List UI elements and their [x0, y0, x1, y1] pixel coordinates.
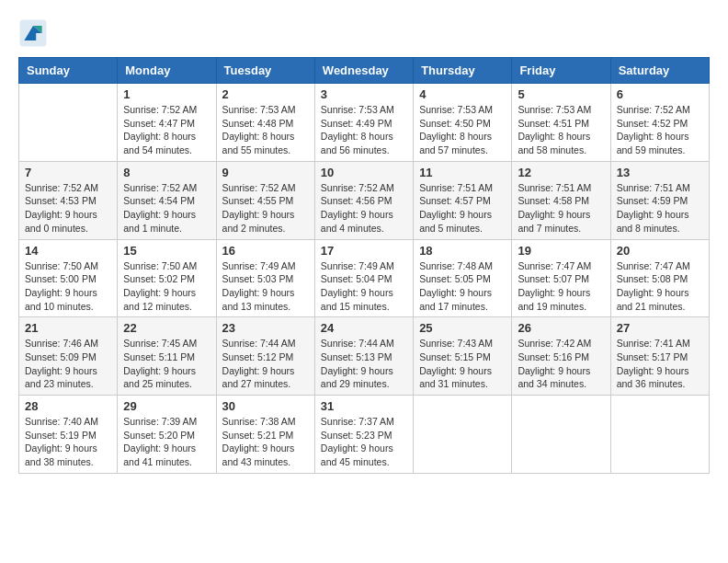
calendar-cell: 13Sunrise: 7:51 AM Sunset: 4:59 PM Dayli…	[610, 161, 709, 239]
day-number: 1	[123, 87, 210, 101]
day-number: 4	[419, 87, 506, 101]
header-day-wednesday: Wednesday	[314, 58, 413, 84]
day-info: Sunrise: 7:50 AM Sunset: 5:00 PM Dayligh…	[25, 259, 111, 314]
day-info: Sunrise: 7:51 AM Sunset: 4:58 PM Dayligh…	[518, 181, 604, 236]
calendar-cell: 3Sunrise: 7:53 AM Sunset: 4:49 PM Daylig…	[314, 84, 413, 162]
header-day-thursday: Thursday	[414, 58, 512, 84]
day-info: Sunrise: 7:50 AM Sunset: 5:02 PM Dayligh…	[123, 259, 210, 314]
day-info: Sunrise: 7:48 AM Sunset: 5:05 PM Dayligh…	[419, 259, 506, 314]
week-row: 28Sunrise: 7:40 AM Sunset: 5:19 PM Dayli…	[19, 396, 710, 474]
day-info: Sunrise: 7:53 AM Sunset: 4:50 PM Dayligh…	[419, 103, 506, 157]
calendar-cell: 26Sunrise: 7:42 AM Sunset: 5:16 PM Dayli…	[512, 317, 610, 396]
calendar-cell: 28Sunrise: 7:40 AM Sunset: 5:19 PM Dayli…	[19, 396, 118, 474]
day-info: Sunrise: 7:52 AM Sunset: 4:55 PM Dayligh…	[222, 181, 309, 236]
day-info: Sunrise: 7:47 AM Sunset: 5:08 PM Dayligh…	[617, 259, 703, 314]
day-number: 24	[321, 321, 407, 335]
calendar-cell: 14Sunrise: 7:50 AM Sunset: 5:00 PM Dayli…	[19, 239, 118, 317]
calendar-cell: 21Sunrise: 7:46 AM Sunset: 5:09 PM Dayli…	[19, 317, 118, 396]
header-day-tuesday: Tuesday	[216, 58, 314, 84]
calendar-cell: 16Sunrise: 7:49 AM Sunset: 5:03 PM Dayli…	[216, 239, 314, 317]
calendar-cell: 11Sunrise: 7:51 AM Sunset: 4:57 PM Dayli…	[414, 161, 512, 239]
day-number: 13	[617, 166, 703, 179]
calendar-cell: 7Sunrise: 7:52 AM Sunset: 4:53 PM Daylig…	[19, 161, 118, 239]
calendar-cell: 15Sunrise: 7:50 AM Sunset: 5:02 PM Dayli…	[118, 239, 216, 317]
day-number: 16	[222, 244, 309, 258]
day-info: Sunrise: 7:47 AM Sunset: 5:07 PM Dayligh…	[518, 259, 604, 314]
day-number: 3	[321, 87, 407, 101]
calendar-cell: 8Sunrise: 7:52 AM Sunset: 4:54 PM Daylig…	[118, 161, 216, 239]
day-info: Sunrise: 7:52 AM Sunset: 4:54 PM Dayligh…	[123, 181, 210, 236]
day-info: Sunrise: 7:42 AM Sunset: 5:16 PM Dayligh…	[518, 337, 604, 391]
calendar-cell: 23Sunrise: 7:44 AM Sunset: 5:12 PM Dayli…	[216, 317, 314, 396]
calendar-table: SundayMondayTuesdayWednesdayThursdayFrid…	[18, 57, 710, 474]
calendar-cell: 20Sunrise: 7:47 AM Sunset: 5:08 PM Dayli…	[610, 239, 709, 317]
week-row: 7Sunrise: 7:52 AM Sunset: 4:53 PM Daylig…	[19, 161, 710, 239]
calendar-cell: 17Sunrise: 7:49 AM Sunset: 5:04 PM Dayli…	[314, 239, 413, 317]
day-number: 19	[518, 244, 604, 258]
day-number: 25	[419, 321, 506, 335]
day-info: Sunrise: 7:43 AM Sunset: 5:15 PM Dayligh…	[419, 337, 506, 391]
day-info: Sunrise: 7:41 AM Sunset: 5:17 PM Dayligh…	[617, 337, 703, 391]
calendar-header: SundayMondayTuesdayWednesdayThursdayFrid…	[19, 58, 710, 84]
day-info: Sunrise: 7:52 AM Sunset: 4:53 PM Dayligh…	[25, 181, 111, 236]
calendar-body: 1Sunrise: 7:52 AM Sunset: 4:47 PM Daylig…	[19, 84, 710, 474]
calendar-cell: 6Sunrise: 7:52 AM Sunset: 4:52 PM Daylig…	[610, 84, 709, 162]
calendar-cell: 27Sunrise: 7:41 AM Sunset: 5:17 PM Dayli…	[610, 317, 709, 396]
day-number: 6	[617, 87, 703, 101]
header-day-saturday: Saturday	[610, 58, 709, 84]
day-number: 15	[123, 244, 210, 258]
day-info: Sunrise: 7:40 AM Sunset: 5:19 PM Dayligh…	[25, 415, 111, 469]
week-row: 1Sunrise: 7:52 AM Sunset: 4:47 PM Daylig…	[19, 84, 710, 162]
calendar-cell: 9Sunrise: 7:52 AM Sunset: 4:55 PM Daylig…	[216, 161, 314, 239]
day-info: Sunrise: 7:44 AM Sunset: 5:12 PM Dayligh…	[222, 337, 309, 391]
day-number: 30	[222, 399, 309, 413]
day-info: Sunrise: 7:51 AM Sunset: 4:59 PM Dayligh…	[617, 181, 703, 236]
day-info: Sunrise: 7:53 AM Sunset: 4:51 PM Dayligh…	[518, 103, 604, 157]
day-info: Sunrise: 7:44 AM Sunset: 5:13 PM Dayligh…	[321, 337, 407, 391]
day-number: 8	[123, 166, 210, 179]
day-number: 28	[25, 399, 111, 413]
logo-icon	[18, 18, 48, 48]
calendar-cell: 1Sunrise: 7:52 AM Sunset: 4:47 PM Daylig…	[118, 84, 216, 162]
calendar-cell: 30Sunrise: 7:38 AM Sunset: 5:21 PM Dayli…	[216, 396, 314, 474]
day-number: 2	[222, 87, 309, 101]
day-info: Sunrise: 7:49 AM Sunset: 5:04 PM Dayligh…	[321, 259, 407, 314]
logo	[18, 18, 51, 48]
week-row: 21Sunrise: 7:46 AM Sunset: 5:09 PM Dayli…	[19, 317, 710, 396]
header-day-monday: Monday	[118, 58, 216, 84]
header-row: SundayMondayTuesdayWednesdayThursdayFrid…	[19, 58, 710, 84]
day-number: 12	[518, 166, 604, 179]
day-info: Sunrise: 7:45 AM Sunset: 5:11 PM Dayligh…	[123, 337, 210, 391]
calendar-cell: 24Sunrise: 7:44 AM Sunset: 5:13 PM Dayli…	[314, 317, 413, 396]
day-info: Sunrise: 7:38 AM Sunset: 5:21 PM Dayligh…	[222, 415, 309, 469]
day-info: Sunrise: 7:39 AM Sunset: 5:20 PM Dayligh…	[123, 415, 210, 469]
calendar-cell: 22Sunrise: 7:45 AM Sunset: 5:11 PM Dayli…	[118, 317, 216, 396]
header-day-friday: Friday	[512, 58, 610, 84]
day-number: 9	[222, 166, 309, 179]
day-number: 14	[25, 244, 111, 258]
calendar-cell: 2Sunrise: 7:53 AM Sunset: 4:48 PM Daylig…	[216, 84, 314, 162]
day-info: Sunrise: 7:53 AM Sunset: 4:49 PM Dayligh…	[321, 103, 407, 157]
day-number: 22	[123, 321, 210, 335]
calendar-cell: 31Sunrise: 7:37 AM Sunset: 5:23 PM Dayli…	[314, 396, 413, 474]
calendar-cell: 19Sunrise: 7:47 AM Sunset: 5:07 PM Dayli…	[512, 239, 610, 317]
day-info: Sunrise: 7:51 AM Sunset: 4:57 PM Dayligh…	[419, 181, 506, 236]
day-number: 18	[419, 244, 506, 258]
day-info: Sunrise: 7:49 AM Sunset: 5:03 PM Dayligh…	[222, 259, 309, 314]
day-number: 20	[617, 244, 703, 258]
day-number: 27	[617, 321, 703, 335]
calendar-cell: 12Sunrise: 7:51 AM Sunset: 4:58 PM Dayli…	[512, 161, 610, 239]
day-number: 31	[321, 399, 407, 413]
calendar-cell: 25Sunrise: 7:43 AM Sunset: 5:15 PM Dayli…	[414, 317, 512, 396]
day-number: 10	[321, 166, 407, 179]
calendar-cell: 10Sunrise: 7:52 AM Sunset: 4:56 PM Dayli…	[314, 161, 413, 239]
calendar-cell	[512, 396, 610, 474]
day-info: Sunrise: 7:53 AM Sunset: 4:48 PM Dayligh…	[222, 103, 309, 157]
day-number: 5	[518, 87, 604, 101]
calendar-cell: 4Sunrise: 7:53 AM Sunset: 4:50 PM Daylig…	[414, 84, 512, 162]
day-number: 21	[25, 321, 111, 335]
day-number: 23	[222, 321, 309, 335]
calendar-cell: 18Sunrise: 7:48 AM Sunset: 5:05 PM Dayli…	[414, 239, 512, 317]
calendar-cell	[610, 396, 709, 474]
week-row: 14Sunrise: 7:50 AM Sunset: 5:00 PM Dayli…	[19, 239, 710, 317]
